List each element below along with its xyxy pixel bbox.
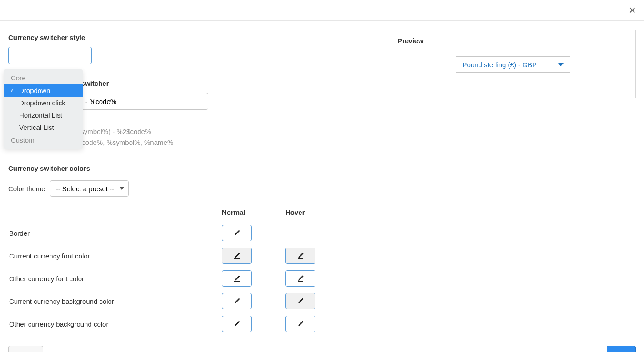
color-theme-row: Color theme -- Select a preset -- (8, 180, 376, 197)
settings-column: Currency switcher style Core Dropdown Dr… (8, 30, 376, 335)
preview-switcher-text: Pound sterling (£) - GBP (463, 61, 537, 69)
color-swatch-normal[interactable] (222, 270, 252, 287)
color-table-col-normal: Normal (222, 206, 285, 222)
style-dropdown-menu[interactable]: Core Dropdown Dropdown click Horizontal … (4, 69, 83, 149)
color-row-label: Current currency font color (8, 244, 222, 267)
color-theme-label: Color theme (8, 185, 45, 193)
preview-title: Preview (398, 37, 628, 45)
dropdown-item-dropdown-click[interactable]: Dropdown click (4, 97, 83, 109)
cancel-button[interactable]: Cancel (8, 346, 43, 352)
modal-body: Currency switcher style Core Dropdown Dr… (0, 21, 644, 340)
color-swatch-hover[interactable] (285, 248, 315, 264)
color-swatch-normal[interactable] (222, 225, 252, 241)
color-row-label: Border (8, 222, 222, 244)
color-row-label: Current currency background color (8, 290, 222, 312)
chevron-down-icon (558, 63, 564, 66)
color-table-col-label (8, 206, 222, 222)
color-swatch-normal[interactable] (222, 248, 252, 264)
style-section-title: Currency switcher style (8, 34, 376, 41)
color-swatch-hover[interactable] (285, 316, 315, 332)
modal-header: × (0, 0, 644, 21)
dropdown-item-horizontal-list[interactable]: Horizontal List (4, 109, 83, 121)
color-swatch-normal[interactable] (222, 293, 252, 309)
color-row-label: Other currency font color (8, 267, 222, 290)
color-row-label: Other currency background color (8, 312, 222, 335)
color-swatch-hover[interactable] (285, 293, 315, 309)
preview-panel: Preview Pound sterling (£) - GBP (390, 30, 636, 98)
dropdown-group-core: Core (4, 71, 83, 84)
style-select[interactable] (8, 47, 92, 64)
color-row: Other currency font color (8, 267, 349, 290)
color-table-col-hover: Hover (285, 206, 349, 222)
dropdown-item-vertical-list[interactable]: Vertical List (4, 121, 83, 134)
close-icon[interactable]: × (629, 4, 636, 16)
preview-column: Preview Pound sterling (£) - GBP (390, 30, 636, 335)
style-select-container (8, 47, 376, 66)
color-row: Current currency font color (8, 244, 349, 267)
color-swatch-hover[interactable] (285, 270, 315, 287)
dropdown-group-custom: Custom (4, 134, 83, 147)
dropdown-item-dropdown[interactable]: Dropdown (4, 84, 83, 97)
modal-footer: Cancel Save (0, 340, 644, 352)
settings-modal: × Currency switcher style Core Dropdown … (0, 0, 644, 352)
color-theme-select[interactable]: -- Select a preset -- (50, 180, 129, 197)
colors-section-title: Currency switcher colors (8, 164, 376, 172)
color-row: Border (8, 222, 349, 244)
color-table: Normal Hover BorderCurrent currency font… (8, 206, 349, 335)
save-button[interactable]: Save (607, 346, 636, 352)
color-swatch-normal[interactable] (222, 316, 252, 332)
preview-currency-switcher[interactable]: Pound sterling (£) - GBP (456, 56, 570, 73)
color-row: Current currency background color (8, 290, 349, 312)
color-row: Other currency background color (8, 312, 349, 335)
